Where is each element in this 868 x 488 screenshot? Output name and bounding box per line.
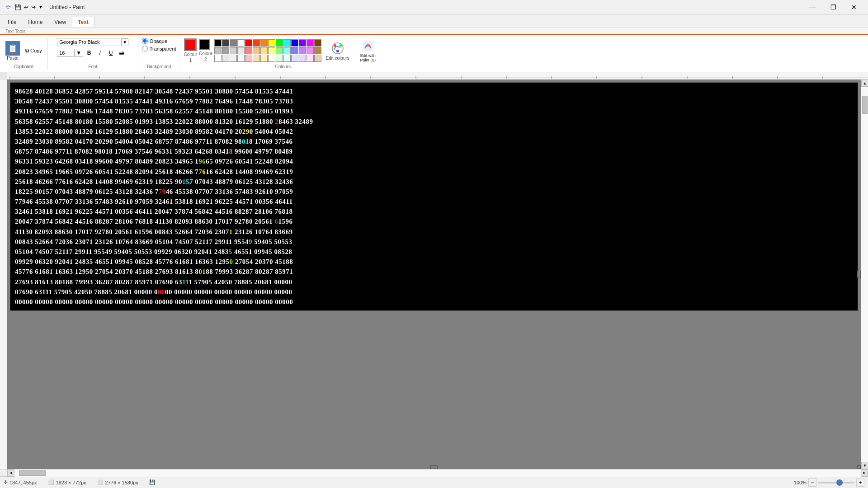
edit-paint3d-label: Edit with Paint 3D bbox=[357, 53, 379, 62]
redo-button[interactable]: ↪ bbox=[30, 3, 37, 11]
transparent-option[interactable]: Transparent bbox=[142, 46, 176, 52]
bold-button[interactable]: B bbox=[84, 48, 94, 58]
palette-orange[interactable] bbox=[260, 39, 268, 47]
tab-text[interactable]: Text bbox=[72, 17, 94, 27]
canvas-line: 13853 22022 88000 81320 16129 51880 2846… bbox=[15, 127, 853, 136]
transparent-radio[interactable] bbox=[142, 46, 148, 52]
quick-access-dropdown[interactable]: ▼ bbox=[38, 4, 44, 10]
palette-r2[interactable] bbox=[253, 55, 260, 62]
palette-green[interactable] bbox=[276, 39, 283, 47]
palette-silver[interactable] bbox=[230, 47, 237, 54]
palette-dgray[interactable] bbox=[222, 39, 229, 47]
palette-tan[interactable] bbox=[314, 47, 321, 54]
tab-home[interactable]: Home bbox=[22, 17, 48, 27]
clipboard-group: 📋 Paste ⧉ Copy Clipboard bbox=[0, 37, 48, 70]
svg-point-6 bbox=[367, 44, 369, 47]
palette-ltblue[interactable] bbox=[291, 47, 298, 54]
scroll-down-button[interactable]: ▼ bbox=[861, 462, 868, 469]
palette-t1[interactable] bbox=[314, 55, 321, 62]
palette-black[interactable] bbox=[214, 39, 222, 47]
palette-w1[interactable] bbox=[214, 55, 222, 62]
font-name-input[interactable] bbox=[57, 38, 120, 46]
palette-ltcyan[interactable] bbox=[283, 47, 291, 54]
palette-red[interactable] bbox=[245, 39, 252, 47]
close-button[interactable]: ✕ bbox=[844, 0, 864, 14]
colour1-label: Colour bbox=[184, 52, 197, 57]
scroll-up-button[interactable]: ▲ bbox=[861, 80, 868, 87]
palette-m1[interactable] bbox=[307, 55, 314, 62]
tab-view[interactable]: View bbox=[48, 17, 72, 27]
palette-g1[interactable] bbox=[276, 55, 283, 62]
opaque-radio[interactable] bbox=[142, 38, 148, 44]
save-indicator: 💾 bbox=[149, 479, 156, 485]
scroll-thumb-horizontal[interactable] bbox=[19, 470, 46, 476]
zoom-in-button[interactable]: + bbox=[856, 479, 864, 487]
strikethrough-button[interactable]: ab bbox=[117, 48, 127, 58]
edit-colours-button[interactable]: Edit colours bbox=[323, 40, 352, 61]
scroll-left-button[interactable]: ◄ bbox=[7, 469, 14, 477]
resize-handle-corner[interactable] bbox=[857, 465, 861, 469]
canvas[interactable]: 98628 40128 36852 42857 59514 57980 8214… bbox=[10, 83, 858, 310]
palette-w2[interactable] bbox=[222, 55, 229, 62]
save-button[interactable]: 💾 bbox=[14, 3, 22, 11]
minimize-button[interactable]: — bbox=[802, 0, 823, 14]
palette-yellow[interactable] bbox=[268, 39, 275, 47]
palette-gray2[interactable] bbox=[222, 47, 229, 54]
zoom-slider[interactable] bbox=[818, 482, 854, 483]
italic-button[interactable]: I bbox=[95, 48, 105, 58]
palette-ltamber[interactable] bbox=[260, 47, 268, 54]
status-bar: ✛ 1847, 455px ⬜ 1823 × 772px ⬜ 2776 × 15… bbox=[0, 476, 868, 488]
palette-cyan[interactable] bbox=[283, 39, 291, 47]
palette-w4[interactable] bbox=[237, 55, 245, 62]
resize-handle-right[interactable] bbox=[857, 271, 861, 278]
opaque-option[interactable]: Opaque bbox=[142, 38, 167, 44]
canvas-line: 32461 53818 16921 96225 44571 00356 4641… bbox=[15, 206, 853, 216]
color-palette bbox=[214, 39, 321, 62]
palette-lightest[interactable] bbox=[237, 47, 245, 54]
palette-ltmagenta[interactable] bbox=[307, 47, 314, 54]
palette-brown[interactable] bbox=[314, 39, 321, 47]
zoom-thumb[interactable] bbox=[836, 479, 843, 486]
palette-r1[interactable] bbox=[245, 55, 252, 62]
palette-peach[interactable] bbox=[253, 47, 260, 54]
transparent-label: Transparent bbox=[150, 46, 176, 52]
palette-gray1[interactable] bbox=[214, 47, 222, 54]
palette-r4[interactable] bbox=[268, 55, 275, 62]
undo-button[interactable]: ↩ bbox=[23, 3, 29, 11]
palette-lgray[interactable] bbox=[230, 39, 237, 47]
tab-file[interactable]: File bbox=[2, 17, 22, 27]
scroll-right-button[interactable]: ► bbox=[861, 469, 868, 477]
zoom-out-button[interactable]: − bbox=[808, 479, 816, 487]
canvas-line: 41130 82093 88630 17017 92780 20561 6159… bbox=[15, 227, 853, 237]
palette-r3[interactable] bbox=[260, 55, 268, 62]
palette-magenta[interactable] bbox=[307, 39, 314, 47]
edit-paint3d-button[interactable]: Edit with Paint 3D bbox=[354, 38, 382, 63]
palette-blue[interactable] bbox=[291, 39, 298, 47]
palette-violet[interactable] bbox=[299, 39, 306, 47]
horizontal-scrollbar[interactable]: ◄ ► bbox=[0, 469, 868, 476]
palette-ltviolet[interactable] bbox=[299, 47, 306, 54]
palette-ltgreen[interactable] bbox=[276, 47, 283, 54]
palette-b2[interactable] bbox=[299, 55, 306, 62]
scroll-thumb-vertical[interactable] bbox=[862, 96, 868, 114]
palette-white[interactable] bbox=[237, 39, 245, 47]
maximize-button[interactable]: ❐ bbox=[823, 0, 844, 14]
palette-orange-red[interactable] bbox=[253, 39, 260, 47]
copy-button[interactable]: ⧉ Copy bbox=[24, 47, 44, 55]
palette-pink[interactable] bbox=[245, 47, 252, 54]
font-size-down-icon[interactable]: ▼ bbox=[74, 49, 83, 57]
palette-b1[interactable] bbox=[291, 55, 298, 62]
save-icon: 💾 bbox=[149, 479, 156, 485]
resize-handle-bottom[interactable] bbox=[430, 465, 438, 469]
paste-button[interactable]: 📋 Paste bbox=[4, 39, 22, 62]
palette-g2[interactable] bbox=[283, 55, 291, 62]
vertical-scrollbar[interactable]: ▲ ▼ bbox=[861, 80, 868, 469]
colour2-swatch[interactable] bbox=[199, 39, 210, 50]
palette-w3[interactable] bbox=[230, 55, 237, 62]
colour1-swatch[interactable] bbox=[184, 38, 197, 51]
font-size-input[interactable] bbox=[57, 49, 73, 57]
canvas-line: 00843 52664 72036 23071 23126 10764 8366… bbox=[15, 237, 853, 247]
font-dropdown-icon[interactable]: ▼ bbox=[121, 38, 128, 46]
palette-ltyellow[interactable] bbox=[268, 47, 275, 54]
underline-button[interactable]: U bbox=[106, 48, 116, 58]
